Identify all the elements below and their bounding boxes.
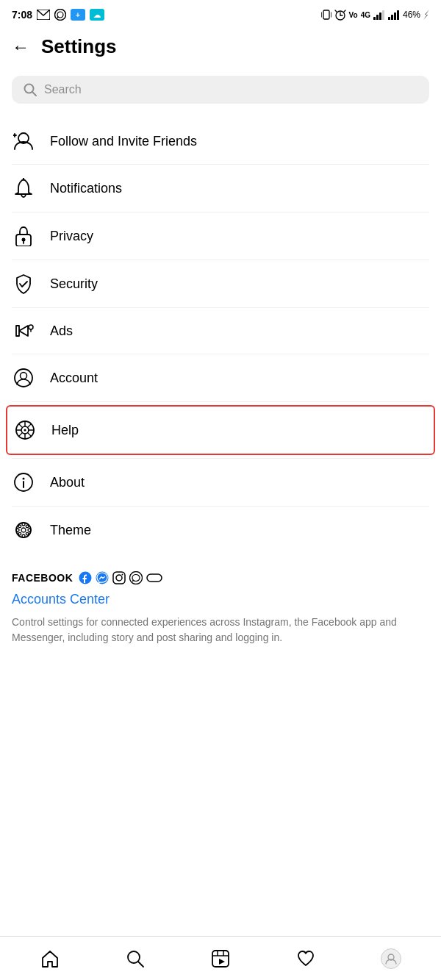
accounts-center-link[interactable]: Accounts Center — [12, 592, 429, 607]
svg-point-59 — [116, 575, 122, 581]
fb-icons — [79, 571, 162, 584]
search-nav-icon — [126, 949, 145, 968]
settings-item-ads[interactable]: Ads — [12, 308, 429, 354]
facebook-icon — [79, 571, 92, 584]
plus-icon-box: + — [71, 9, 85, 21]
status-indicators: Vo 4G 46% — [321, 9, 429, 21]
svg-line-39 — [19, 424, 23, 428]
ads-label: Ads — [50, 323, 73, 339]
svg-point-46 — [16, 523, 31, 537]
svg-point-55 — [21, 528, 26, 532]
ads-icon — [12, 321, 35, 340]
mail-icon — [37, 10, 50, 20]
theme-icon — [12, 520, 35, 540]
notifications-label: Notifications — [50, 181, 122, 196]
settings-item-account[interactable]: Account — [12, 354, 429, 401]
header: ← Settings — [0, 26, 441, 67]
svg-point-28 — [29, 325, 33, 329]
alarm-icon — [334, 9, 346, 21]
svg-point-1 — [55, 10, 66, 21]
svg-rect-16 — [394, 12, 396, 20]
svg-point-47 — [22, 523, 25, 526]
svg-point-34 — [24, 429, 26, 432]
svg-rect-15 — [391, 15, 393, 20]
svg-point-48 — [22, 534, 25, 537]
signal-icon-2 — [388, 10, 400, 20]
svg-point-49 — [16, 529, 19, 532]
about-icon — [12, 472, 35, 493]
svg-rect-17 — [397, 10, 399, 20]
facebook-description: Control settings for connected experienc… — [12, 615, 429, 645]
page-title: Settings — [41, 35, 117, 58]
svg-line-64 — [138, 962, 143, 967]
svg-point-51 — [18, 525, 21, 528]
signal-icon-1 — [373, 10, 385, 20]
svg-point-44 — [23, 478, 25, 480]
nav-home[interactable] — [32, 943, 68, 975]
search-bar[interactable]: Search — [12, 76, 429, 104]
reels-icon — [211, 949, 230, 968]
cloud-icon-box: ☁ — [90, 9, 104, 21]
svg-rect-13 — [382, 10, 384, 20]
follow-label: Follow and Invite Friends — [50, 134, 197, 149]
follow-icon — [12, 132, 35, 151]
search-container: Search — [0, 67, 441, 118]
whatsapp-icon — [54, 9, 66, 21]
svg-marker-18 — [423, 10, 429, 20]
about-label: About — [50, 475, 85, 490]
svg-rect-2 — [323, 10, 329, 19]
settings-item-about[interactable]: About — [12, 459, 429, 506]
settings-item-theme[interactable]: Theme — [12, 507, 429, 554]
help-label: Help — [51, 423, 79, 438]
svg-point-31 — [21, 373, 27, 379]
whatsapp-brand-icon — [129, 571, 143, 584]
notifications-icon — [12, 178, 35, 198]
meta-icon — [146, 573, 162, 582]
back-button[interactable]: ← — [12, 38, 29, 56]
settings-item-privacy[interactable]: Privacy — [12, 212, 429, 260]
home-icon — [40, 949, 60, 968]
svg-marker-69 — [219, 959, 225, 965]
svg-point-52 — [26, 532, 29, 535]
profile-avatar — [381, 948, 401, 969]
status-bar: 7:08 + ☁ Vo 4G — [0, 0, 441, 26]
facebook-label: FACEBOOK — [12, 572, 73, 584]
help-wrapper: Help — [6, 405, 435, 455]
battery-icon — [423, 10, 429, 20]
settings-list: Follow and Invite Friends Notifications … — [0, 118, 441, 554]
svg-line-42 — [19, 433, 23, 437]
settings-item-security[interactable]: Security — [12, 260, 429, 307]
svg-point-50 — [28, 529, 31, 532]
settings-item-notifications[interactable]: Notifications — [12, 165, 429, 212]
svg-point-60 — [122, 574, 123, 576]
svg-rect-62 — [147, 574, 162, 582]
settings-item-follow[interactable]: Follow and Invite Friends — [12, 118, 429, 164]
svg-rect-10 — [373, 17, 376, 20]
svg-line-9 — [344, 10, 345, 12]
svg-line-20 — [32, 92, 36, 96]
facebook-header: FACEBOOK — [12, 571, 429, 584]
svg-rect-12 — [379, 12, 381, 20]
status-time: 7:08 + ☁ — [12, 9, 104, 21]
security-label: Security — [50, 276, 98, 292]
nav-profile[interactable] — [373, 943, 409, 975]
svg-rect-11 — [376, 15, 379, 20]
settings-item-help[interactable]: Help — [6, 405, 435, 455]
nav-likes[interactable] — [287, 943, 324, 975]
vo-lte-indicator: Vo — [349, 11, 358, 19]
security-icon — [12, 273, 35, 294]
theme-label: Theme — [50, 523, 91, 538]
search-placeholder: Search — [44, 83, 82, 96]
search-icon — [24, 83, 37, 96]
svg-rect-65 — [212, 951, 229, 967]
account-label: Account — [50, 371, 98, 386]
bottom-nav — [0, 936, 441, 980]
svg-rect-14 — [388, 17, 390, 20]
svg-point-54 — [26, 525, 29, 528]
account-icon — [12, 368, 35, 388]
nav-search[interactable] — [117, 943, 154, 975]
privacy-icon — [12, 226, 35, 246]
svg-line-8 — [335, 10, 337, 12]
vibrate-icon — [321, 9, 331, 21]
nav-reels[interactable] — [202, 943, 239, 975]
